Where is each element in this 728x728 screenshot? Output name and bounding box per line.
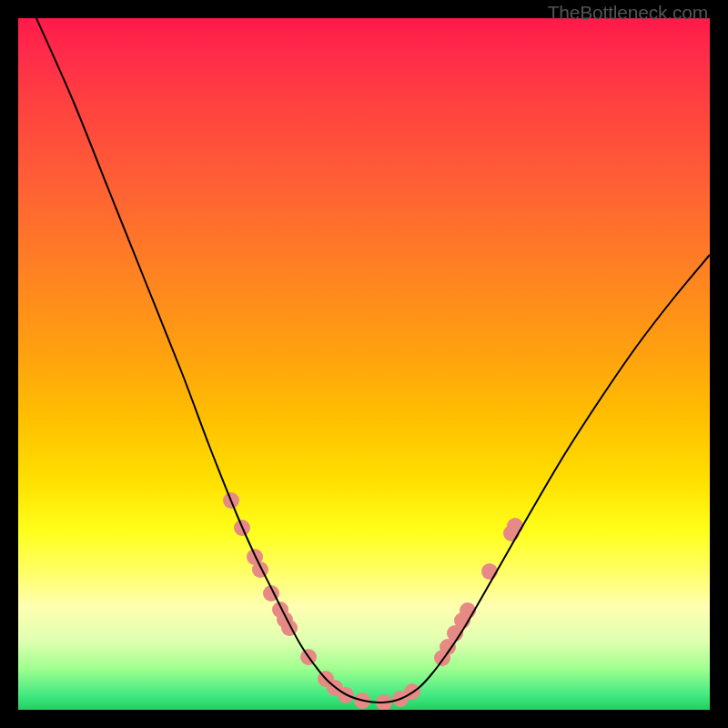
watermark-text: TheBottleneck.com bbox=[548, 2, 708, 24]
chart-frame bbox=[0, 0, 728, 728]
